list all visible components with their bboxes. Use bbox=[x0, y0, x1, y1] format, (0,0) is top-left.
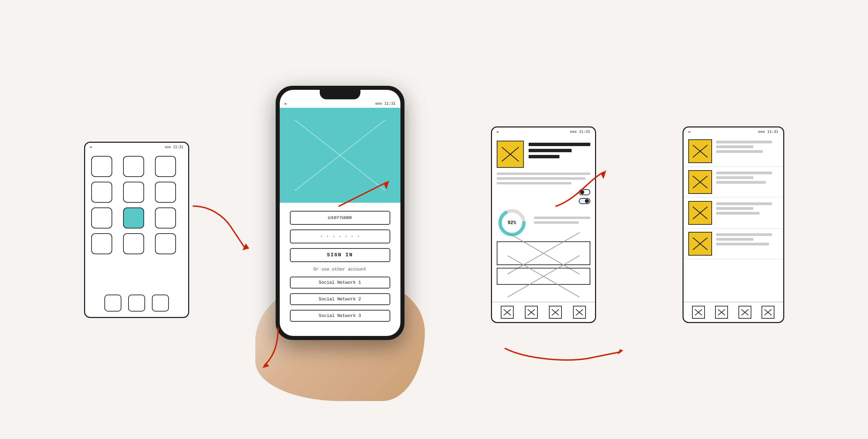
screen1-app-grid: ✉ ⊙⊙⊙ 11:31 bbox=[84, 142, 189, 318]
nav-icon-2[interactable] bbox=[525, 306, 538, 319]
sign-in-button[interactable]: SIGN IN bbox=[290, 248, 390, 262]
or-text: Or use other account bbox=[290, 267, 390, 272]
app-icon-1 bbox=[91, 156, 112, 177]
password-field[interactable]: · · · · · · · bbox=[290, 230, 390, 243]
dock-icon-1 bbox=[104, 295, 121, 312]
toggle-1-knob bbox=[580, 190, 584, 194]
donut-chart: 92% bbox=[497, 207, 527, 238]
list-lines-2 bbox=[716, 170, 778, 184]
nav-icon-3[interactable] bbox=[549, 306, 562, 319]
phone-status-right: ⊙⊙⊙ 11:31 bbox=[375, 101, 396, 106]
screen4-bottom-nav bbox=[684, 302, 783, 322]
text-line-2 bbox=[497, 177, 586, 180]
chart-wrapper: 92% bbox=[497, 207, 590, 238]
list-lines-4 bbox=[716, 232, 778, 245]
app-icon-7 bbox=[91, 207, 112, 228]
list-line-3c bbox=[716, 212, 760, 215]
toggle-2-knob bbox=[585, 199, 589, 203]
phone-status-left: ✉ bbox=[284, 101, 287, 106]
chart-percent-label: 92% bbox=[508, 220, 516, 225]
dock-icon-3 bbox=[152, 295, 169, 312]
phone-notch bbox=[320, 90, 360, 99]
list-line-1c bbox=[716, 150, 763, 153]
chart-side-lines bbox=[534, 217, 590, 224]
screen1-dock bbox=[104, 295, 169, 312]
app-icon-9 bbox=[155, 207, 176, 228]
hero-cross-icon bbox=[280, 108, 400, 203]
screen4-status-bar: ✉ ⊙⊙⊙ 11:31 bbox=[684, 127, 783, 136]
list-line-1a bbox=[716, 141, 772, 143]
nav-icon-4[interactable] bbox=[573, 306, 586, 319]
phone-login-form: username · · · · · · · SIGN IN Or use ot… bbox=[280, 203, 400, 336]
screen4-list: ✉ ⊙⊙⊙ 11:31 bbox=[683, 126, 784, 323]
app-icon-12 bbox=[155, 233, 176, 254]
phone-wrapper: ✉ ⊙⊙⊙ 11:31 username · · · · · · · SIGN … bbox=[276, 86, 405, 340]
list-lines-1 bbox=[716, 139, 778, 153]
list-thumb-1 bbox=[688, 139, 712, 163]
app-icon-8-highlighted bbox=[123, 207, 144, 228]
app-icon-10 bbox=[91, 233, 112, 254]
text-line-3 bbox=[497, 182, 572, 184]
social-network-3-button[interactable]: Social Network 3 bbox=[290, 310, 390, 322]
screen3-status-left: ✉ bbox=[497, 129, 499, 134]
screen3-status-bar: ✉ ⊙⊙⊙ 11:31 bbox=[492, 127, 595, 136]
dashboard-header-image bbox=[497, 141, 524, 168]
social-network-2-button[interactable]: Social Network 2 bbox=[290, 293, 390, 305]
phone-hero-image bbox=[280, 108, 400, 203]
screen1-status-left: ✉ bbox=[90, 145, 92, 149]
chart-line-1 bbox=[534, 217, 590, 219]
screen3-dashboard: ✉ ⊙⊙⊙ 11:31 bbox=[491, 126, 596, 323]
placeholder-image-2 bbox=[497, 268, 590, 285]
screen4-status-right: ⊙⊙⊙ 11:31 bbox=[758, 129, 778, 134]
list-item-2[interactable] bbox=[684, 167, 783, 198]
list-line-2a bbox=[716, 172, 772, 174]
screen4-nav-icon-3[interactable] bbox=[738, 306, 751, 319]
list-thumb-3 bbox=[688, 201, 712, 225]
svg-marker-0 bbox=[242, 243, 249, 250]
list-line-2c bbox=[716, 181, 766, 184]
svg-marker-4 bbox=[618, 349, 623, 355]
social-network-1-button[interactable]: Social Network 1 bbox=[290, 277, 390, 288]
screen1-app-grid-container bbox=[85, 151, 188, 259]
list-line-4b bbox=[716, 238, 753, 241]
list-item-1[interactable] bbox=[684, 136, 783, 167]
toggle-1[interactable] bbox=[579, 189, 590, 195]
placeholder-image-1 bbox=[497, 241, 590, 265]
header-line-3 bbox=[529, 155, 559, 158]
dashboard-header-lines bbox=[529, 141, 590, 158]
nav-icon-1[interactable] bbox=[501, 306, 514, 319]
list-item-3[interactable] bbox=[684, 198, 783, 228]
list-line-3a bbox=[716, 202, 772, 205]
phone-screen: ✉ ⊙⊙⊙ 11:31 username · · · · · · · SIGN … bbox=[280, 90, 400, 336]
toggle-row-2 bbox=[497, 198, 590, 204]
phone-status-bar: ✉ ⊙⊙⊙ 11:31 bbox=[280, 99, 400, 108]
list-thumb-2 bbox=[688, 170, 712, 194]
text-line-1 bbox=[497, 173, 590, 175]
app-icon-11 bbox=[123, 233, 144, 254]
app-icon-2 bbox=[123, 156, 144, 177]
dashboard-text-lines bbox=[497, 173, 590, 184]
chart-line-2 bbox=[534, 221, 579, 224]
list-line-3b bbox=[716, 207, 753, 210]
list-line-1b bbox=[716, 145, 753, 148]
screen4-nav-icon-4[interactable] bbox=[762, 306, 774, 319]
list-line-4c bbox=[716, 243, 769, 245]
header-line-1 bbox=[529, 143, 590, 146]
phone-device: ✉ ⊙⊙⊙ 11:31 username · · · · · · · SIGN … bbox=[276, 86, 405, 340]
svg-marker-3 bbox=[601, 170, 606, 179]
app-icon-3 bbox=[155, 156, 176, 177]
list-line-2b bbox=[716, 176, 753, 179]
screen3-status-right: ⊙⊙⊙ 11:31 bbox=[570, 129, 590, 134]
dashboard-body: 92% bbox=[492, 173, 595, 285]
screen4-nav-icon-2[interactable] bbox=[715, 306, 728, 319]
dashboard-header bbox=[492, 136, 595, 173]
screen4-nav-icon-1[interactable] bbox=[692, 306, 705, 319]
toggle-2[interactable] bbox=[579, 198, 590, 204]
list-line-4a bbox=[716, 233, 772, 236]
app-icon-5 bbox=[123, 182, 144, 203]
list-item-4[interactable] bbox=[684, 228, 783, 259]
app-icon-6 bbox=[155, 182, 176, 203]
screen1-status-right: ⊙⊙⊙ 11:31 bbox=[165, 145, 183, 149]
username-field[interactable]: username bbox=[290, 211, 390, 225]
dock-icon-2 bbox=[128, 295, 145, 312]
